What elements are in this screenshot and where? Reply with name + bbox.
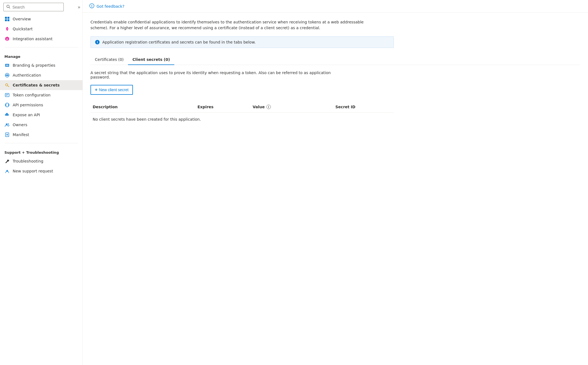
key-icon: [4, 82, 10, 88]
manifest-label: Manifest: [13, 133, 29, 137]
api-icon: [4, 102, 10, 108]
sidebar-item-support-request[interactable]: New support request: [0, 166, 82, 176]
svg-point-24: [92, 5, 92, 6]
support-request-label: New support request: [13, 169, 53, 173]
integration-icon: [4, 36, 10, 42]
sidebar-item-expose-api[interactable]: Expose an API: [0, 110, 82, 120]
empty-table-message: No client secrets have been created for …: [90, 113, 580, 126]
branding-icon: [4, 63, 10, 68]
info-banner-text: Application registration certificates an…: [102, 40, 256, 44]
value-info-icon: i: [266, 105, 271, 109]
col-expires: Expires: [195, 104, 250, 110]
tab-certificates[interactable]: Certificates (0): [90, 55, 128, 65]
sidebar-item-authentication[interactable]: Authentication: [0, 70, 82, 80]
new-client-secret-button[interactable]: + New client secret: [90, 85, 133, 95]
sidebar-item-overview[interactable]: Overview: [0, 14, 82, 24]
main-content: Got feedback? Credentials enable confide…: [83, 0, 588, 365]
svg-point-19: [8, 123, 9, 125]
new-secret-label: New client secret: [99, 88, 129, 92]
sidebar-item-manifest[interactable]: Manifest: [0, 130, 82, 140]
quickstart-label: Quickstart: [13, 27, 33, 31]
overview-label: Overview: [13, 17, 31, 21]
troubleshooting-label: Troubleshooting: [13, 159, 43, 163]
sidebar-item-owners[interactable]: Owners: [0, 120, 82, 130]
feedback-icon: [89, 3, 94, 9]
col-value: Value i: [250, 104, 333, 110]
cloud-icon: [4, 112, 10, 118]
sidebar-item-token[interactable]: Token configuration: [0, 90, 82, 100]
page-content: Credentials enable confidential applicat…: [83, 13, 588, 365]
search-input[interactable]: [12, 5, 61, 9]
collapse-sidebar-button[interactable]: »: [76, 4, 82, 11]
expose-api-label: Expose an API: [13, 113, 40, 117]
grid-icon: [4, 16, 10, 22]
divider-support: [4, 143, 78, 143]
sidebar: » Overview Quickstart Integration assist…: [0, 0, 83, 365]
certificates-label: Certificates & secrets: [13, 83, 60, 87]
sidebar-item-quickstart[interactable]: Quickstart: [0, 24, 82, 34]
divider-manage: [4, 47, 78, 47]
plus-icon: +: [95, 87, 97, 92]
svg-rect-4: [5, 19, 7, 21]
svg-rect-14: [5, 93, 9, 97]
feedback-text[interactable]: Got feedback?: [97, 4, 124, 9]
col-description: Description: [90, 104, 195, 110]
rocket-icon: [4, 26, 10, 32]
branding-label: Branding & properties: [13, 63, 55, 67]
integration-label: Integration assistant: [13, 37, 52, 41]
search-row: »: [0, 0, 82, 14]
support-icon: [4, 168, 10, 174]
svg-point-6: [7, 28, 8, 29]
svg-point-21: [6, 134, 8, 136]
owners-label: Owners: [13, 123, 27, 127]
svg-point-23: [90, 4, 94, 8]
authentication-label: Authentication: [13, 73, 41, 77]
info-banner: i Application registration certificates …: [90, 36, 394, 48]
secret-description: A secret string that the application use…: [90, 71, 339, 79]
svg-rect-8: [6, 64, 9, 66]
auth-icon: [4, 72, 10, 78]
svg-rect-2: [5, 17, 7, 19]
svg-line-1: [9, 7, 10, 9]
sidebar-item-api-permissions[interactable]: API permissions: [0, 100, 82, 110]
col-secret-id: Secret ID: [333, 104, 394, 110]
tab-client-secrets[interactable]: Client secrets (0): [128, 55, 174, 65]
svg-rect-3: [7, 17, 9, 19]
sidebar-item-certificates[interactable]: Certificates & secrets: [0, 80, 82, 90]
credentials-description: Credentials enable confidential applicat…: [90, 19, 366, 31]
search-bar[interactable]: [3, 3, 64, 11]
token-label: Token configuration: [13, 93, 50, 97]
sidebar-item-integration[interactable]: Integration assistant: [0, 34, 82, 44]
top-bar: Got feedback?: [83, 0, 588, 13]
support-section-header: Support + Troubleshooting: [0, 147, 82, 156]
svg-rect-5: [7, 19, 9, 21]
table-header: Description Expires Value i Secret ID: [90, 101, 394, 113]
info-icon: i: [95, 40, 100, 44]
svg-point-18: [6, 123, 7, 125]
owners-icon: [4, 122, 10, 128]
api-permissions-label: API permissions: [13, 103, 43, 107]
sidebar-item-troubleshooting[interactable]: Troubleshooting: [0, 156, 82, 166]
sidebar-item-branding[interactable]: Branding & properties: [0, 60, 82, 70]
manifest-icon: [4, 132, 10, 137]
token-icon: [4, 92, 10, 98]
search-icon: [6, 5, 10, 9]
svg-point-17: [5, 103, 9, 107]
wrench-icon: [4, 158, 10, 164]
manage-section-header: Manage: [0, 51, 82, 60]
tabs-container: Certificates (0) Client secrets (0): [90, 55, 580, 65]
